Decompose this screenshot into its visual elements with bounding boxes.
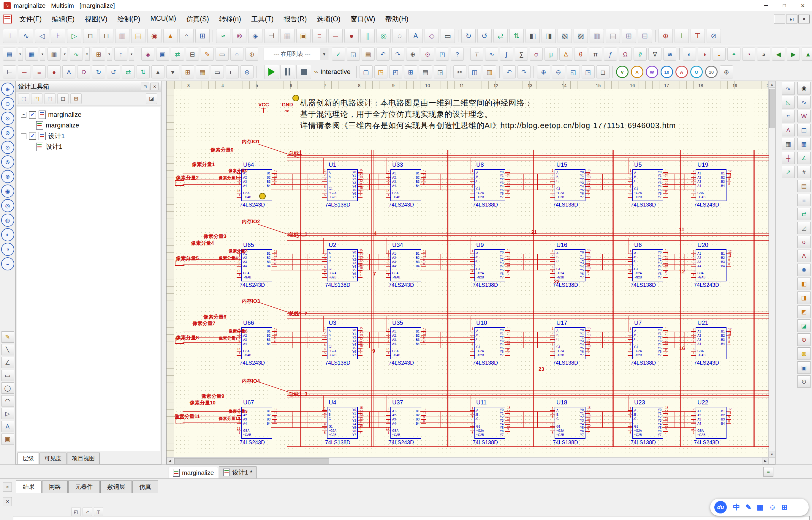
toolbox-tab-可见度[interactable]: 可见度 <box>39 452 66 464</box>
fourier-analysis[interactable]: ∑ <box>515 48 528 61</box>
power-probe[interactable]: ◔ <box>742 48 755 61</box>
ic-u21[interactable]: U2174LS243DA12A23A35A46GBA13~GAB1B112B21… <box>696 327 727 359</box>
menu-item-12[interactable]: 帮助(H) <box>380 15 414 24</box>
rotate-90-ccw[interactable]: ↺ <box>107 66 120 78</box>
net-label-17[interactable]: 像素分量10 <box>190 399 216 406</box>
line-tool[interactable]: ╲ <box>1 344 14 355</box>
wire-number-4[interactable]: 21 <box>531 229 537 235</box>
design-toolbox-toggle-dropdown-arrow[interactable]: ▾ <box>18 48 23 61</box>
text-tool[interactable]: A <box>1 421 14 432</box>
symbol-editor[interactable]: ✎ <box>201 48 214 61</box>
variant-manager[interactable]: ⇄ <box>171 48 184 61</box>
ime-soft-keyboard[interactable]: ▦ <box>757 503 764 511</box>
close-design[interactable]: ◻ <box>57 93 68 104</box>
menu-item-8[interactable]: 工具(T) <box>246 15 279 24</box>
net-label-19[interactable]: 像素分量9 <box>229 409 248 414</box>
panel-copy[interactable]: ◫ <box>94 507 103 516</box>
picture-tool[interactable]: ▣ <box>1 434 14 445</box>
ac-sweep[interactable]: ∿ <box>485 48 498 61</box>
place-wire[interactable]: ─ <box>328 29 343 43</box>
title-block-editor[interactable]: ▭ <box>216 48 229 61</box>
place-transistor[interactable]: ⊦ <box>51 29 65 43</box>
measurement-probe[interactable]: ◐ <box>683 48 696 61</box>
spice-netlist-viewer-dropdown-arrow[interactable]: ▾ <box>62 48 67 61</box>
mdi-close[interactable]: ✕ <box>799 15 810 24</box>
window-close[interactable]: ✕ <box>793 0 812 11</box>
panel-splitter[interactable] <box>162 81 166 464</box>
net-label-26[interactable]: 总线1_1 <box>289 231 307 238</box>
align-right[interactable]: ◨ <box>541 29 556 43</box>
ground-symbol[interactable]: GND <box>282 102 293 112</box>
place-diode[interactable]: ◁ <box>35 29 49 43</box>
distortion-analysis[interactable]: ∂ <box>634 48 647 61</box>
annotation-text-line-1[interactable]: 机器创新的电路设计：本电路图是由一维到二维空间的神经网络； <box>300 98 533 108</box>
place-connector[interactable]: ⊣ <box>264 29 279 43</box>
tree-leaf-1-1[interactable]: marginalize <box>17 120 160 131</box>
circuit-wizard[interactable]: ⊛ <box>245 48 258 61</box>
arc-tool[interactable]: ◠ <box>1 395 14 407</box>
help[interactable]: ? <box>451 48 464 61</box>
scroll-left-arrow[interactable]: ◀ <box>167 458 173 464</box>
place-digital-ground[interactable]: ⊘ <box>1 126 14 139</box>
transfer-function[interactable]: ƒ <box>604 48 617 61</box>
place-vcc-source[interactable]: ⊕ <box>1 83 14 96</box>
scroll-down-arrow[interactable]: ▼ <box>769 451 775 458</box>
bottom-panel-close-button[interactable]: ✕ <box>3 497 12 506</box>
tree-collapse-icon[interactable]: − <box>21 112 26 118</box>
place-am-source[interactable]: ◑ <box>1 243 14 256</box>
toolbox-pin[interactable]: ⊡ <box>141 83 149 90</box>
net-label-22[interactable]: 内存IO2 <box>242 218 260 225</box>
menu-item-1[interactable]: 文件(F) <box>14 15 47 24</box>
spreadsheet-tab-元器件[interactable]: 元器件 <box>68 480 100 493</box>
four-channel-oscilloscope[interactable]: ▦ <box>797 138 811 150</box>
snippet-tools[interactable]: ⊞ <box>71 93 82 104</box>
wattmeter[interactable]: W <box>797 110 811 123</box>
agilent-multimeter[interactable]: ◨ <box>797 291 811 304</box>
tree-node-2[interactable]: −✓设计1 <box>17 131 160 141</box>
show-grid[interactable]: ▦ <box>196 66 209 78</box>
menu-item-7[interactable]: 转移(n) <box>214 15 246 24</box>
ic-u11[interactable]: U1174LS138DA1B2C3G16~G2A4~G2B5Y015Y114Y2… <box>474 407 505 439</box>
rotate-counterclockwise[interactable]: ↺ <box>477 29 492 43</box>
ime-lang-mode[interactable]: 中 <box>733 502 740 512</box>
net-label-20[interactable]: 像素分量10 <box>219 416 240 421</box>
grapher-view[interactable]: ∿ <box>70 48 83 61</box>
edit-footprint[interactable]: ⊙ <box>421 48 434 61</box>
ic-u6[interactable]: U674LS138DA1B2C3G16~G2A4~G2B5Y015Y114Y21… <box>633 249 663 281</box>
mdi-minimize[interactable]: ─ <box>774 15 785 24</box>
two-channel-oscilloscope[interactable]: ◫ <box>797 124 811 136</box>
frequency-counter[interactable]: # <box>797 166 811 178</box>
net-label-5[interactable]: 像素分量1 <box>219 175 238 181</box>
tektronix-oscilloscope[interactable]: ◪ <box>797 319 811 332</box>
ic-u2[interactable]: U274LS138DA1B2C3G16~G2A4~G2B5Y015Y114Y21… <box>327 249 358 281</box>
ic-u8[interactable]: U874LS138DA1B2C3G16~G2A4~G2B5Y015Y114Y21… <box>474 169 505 201</box>
ic-u10[interactable]: U1074LS138DA1B2C3G16~G2A4~G2B5Y015Y114Y2… <box>474 327 505 359</box>
digital-probe[interactable]: ◓ <box>727 48 740 61</box>
ic-u20[interactable]: U2074LS243DA12A23A35A46GBA13~GAB1B112B21… <box>696 249 727 281</box>
align-bottom[interactable]: ▨ <box>573 29 588 43</box>
place-cmos[interactable]: ⊔ <box>99 29 113 43</box>
ic-u4[interactable]: U474LS138DA1B2C3G16~G2A4~G2B5Y015Y114Y21… <box>327 407 358 439</box>
net-label-1[interactable]: 像素分量0 <box>211 147 233 153</box>
edit-value-tool[interactable]: Ω <box>77 66 90 78</box>
ic-u15[interactable]: U1574LS138DA1B2C3G16~G2A4~G2B5Y015Y114Y2… <box>555 169 586 201</box>
place-mcu[interactable]: ▦ <box>280 29 295 43</box>
place-misc-digital[interactable]: ▥ <box>115 29 130 43</box>
place-ladder-rung[interactable]: ∥ <box>360 29 375 43</box>
place-clock-source[interactable]: ⊛ <box>1 170 14 183</box>
probe-voltage[interactable]: V <box>616 66 628 78</box>
place-mixed[interactable]: ▤ <box>131 29 145 43</box>
interactive-mode-button[interactable]: ⌁Interactive <box>314 68 351 76</box>
go-to-parent-sheet[interactable]: ▲ <box>802 48 812 61</box>
rotate-clockwise[interactable]: ↻ <box>461 29 476 43</box>
wire-number-5[interactable]: 22 <box>554 279 560 285</box>
ime-account[interactable]: ☺ <box>769 503 776 511</box>
place-source[interactable]: ⊥ <box>3 29 17 43</box>
net-label-8[interactable]: 像素分量5 <box>176 255 199 262</box>
wire-number-7[interactable]: 11 <box>679 227 684 233</box>
copy[interactable]: ◫ <box>468 66 481 78</box>
spreadsheet-tab-结果[interactable]: 结果 <box>16 480 41 493</box>
vertical-scrollbar[interactable]: ▲ ▼ <box>768 81 775 458</box>
cut[interactable]: ✂ <box>453 66 467 78</box>
parent-sheet[interactable]: ↑ <box>114 48 128 61</box>
